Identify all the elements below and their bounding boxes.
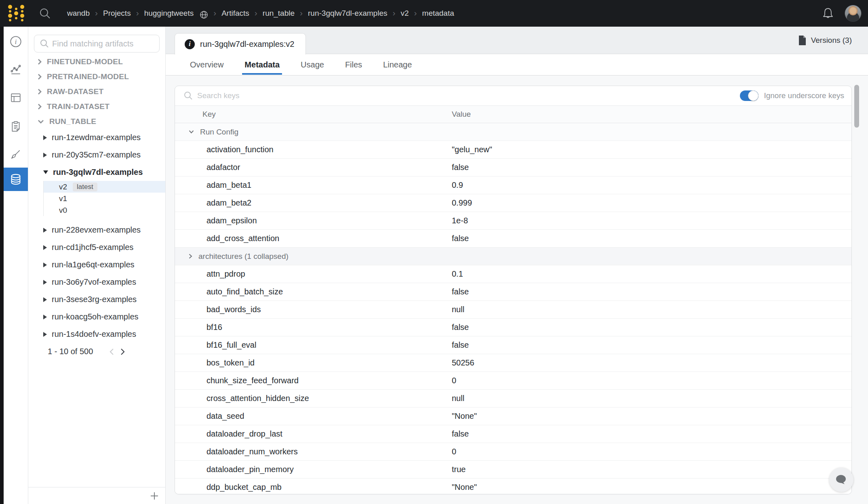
- value-cell: "gelu_new": [452, 145, 851, 154]
- breadcrumb-item-page[interactable]: metadata: [422, 9, 454, 18]
- screen-edge-strip: [0, 27, 4, 504]
- key-cell: adam_beta1: [206, 181, 251, 190]
- value-cell: 0: [452, 447, 851, 456]
- versions-button-label: Versions (3): [811, 36, 852, 45]
- run-label: run-cd1jhcf5-examples: [52, 243, 133, 252]
- sidebar-category-run-table[interactable]: RUN_TABLE: [28, 114, 165, 129]
- key-cell: bad_words_ids: [206, 305, 261, 314]
- user-avatar[interactable]: [845, 5, 862, 22]
- breadcrumb-item-type[interactable]: run_table: [263, 9, 295, 18]
- tree-run-item[interactable]: run-cd1jhcf5-examples: [28, 239, 165, 256]
- table-row: adam_beta2 0.999: [175, 194, 851, 212]
- tab-usage[interactable]: Usage: [301, 54, 324, 75]
- breadcrumb-separator: ›: [213, 8, 216, 18]
- metadata-card: Ignore underscore keys Key Value Run Con…: [175, 86, 852, 494]
- sidebar-footer: [28, 487, 165, 504]
- tree-run-item[interactable]: run-3o6y7vof-examples: [28, 273, 165, 291]
- category-label: FINETUNED-MODEL: [47, 57, 123, 66]
- artifact-search-input[interactable]: [52, 39, 155, 48]
- toggle-label: Ignore underscore keys: [764, 91, 844, 100]
- artifact-tab-title: run-3gqlw7dl-examples:v2: [200, 40, 294, 49]
- table-row: bf16 false: [175, 319, 851, 336]
- wandb-logo-icon[interactable]: [7, 3, 25, 23]
- table-row: auto_find_batch_size false: [175, 283, 851, 301]
- plus-icon: [150, 491, 159, 500]
- table-row: dataloader_pin_memory true: [175, 461, 851, 479]
- scrollbar-thumb[interactable]: [854, 85, 859, 128]
- main-panel: i run-3gqlw7dl-examples:v2 Versions (3) …: [166, 27, 868, 504]
- table-group-row-run-config[interactable]: Run Config: [175, 123, 851, 141]
- sidebar-category-pretrained-model[interactable]: PRETRAINED-MODEL: [28, 69, 165, 84]
- breadcrumb-separator: ›: [136, 8, 139, 18]
- tree-run-item[interactable]: run-1s4doefv-examples: [28, 326, 165, 343]
- charts-icon[interactable]: [4, 60, 28, 79]
- chat-support-button[interactable]: [829, 468, 853, 492]
- table-group-row-architectures[interactable]: architectures (1 collapsed): [175, 248, 851, 265]
- tree-run-item[interactable]: run-1zewdmar-examples: [28, 129, 165, 146]
- value-cell: 0.9: [452, 181, 851, 190]
- artifact-version-tab[interactable]: i run-3gqlw7dl-examples:v2: [175, 33, 306, 55]
- sidebar-category-finetuned-model[interactable]: FINETUNED-MODEL: [28, 54, 165, 69]
- tree-run-item[interactable]: run-20y35cm7-examples: [28, 146, 165, 164]
- search-icon[interactable]: [39, 7, 51, 19]
- version-item-v2[interactable]: v2 latest: [44, 181, 165, 193]
- breadcrumb-item-projects[interactable]: Projects: [103, 9, 131, 18]
- add-artifact-button[interactable]: [150, 491, 159, 500]
- metadata-toolbar: Ignore underscore keys: [175, 86, 851, 105]
- search-keys-input[interactable]: [197, 91, 740, 100]
- artifacts-database-icon[interactable]: [4, 168, 28, 191]
- tab-metadata[interactable]: Metadata: [244, 54, 280, 75]
- chevron-right-icon: [38, 88, 42, 95]
- version-item-v0[interactable]: v0: [44, 204, 165, 216]
- tree-run-item-active[interactable]: run-3gqlw7dl-examples: [28, 164, 165, 181]
- table-header: Key Value: [175, 105, 851, 123]
- breadcrumb-item-wandb[interactable]: wandb: [67, 9, 90, 18]
- tree-run-item[interactable]: run-228evxem-examples: [28, 221, 165, 239]
- value-cell: false: [452, 163, 851, 172]
- overview-info-icon[interactable]: i: [4, 32, 28, 51]
- svg-text:i: i: [15, 38, 17, 45]
- breadcrumb-item-artifacts[interactable]: Artifacts: [221, 9, 249, 18]
- tab-lineage[interactable]: Lineage: [383, 54, 412, 75]
- value-cell: 1e-8: [452, 216, 851, 225]
- tree-run-item[interactable]: run-la1ge6qt-examples: [28, 256, 165, 273]
- key-cell: ddp_bucket_cap_mb: [206, 483, 282, 492]
- breadcrumb-item-artifact[interactable]: run-3gqlw7dl-examples: [308, 9, 387, 18]
- pagination-prev-button[interactable]: [106, 348, 117, 355]
- triangle-right-icon: [43, 228, 47, 233]
- group-label: Run Config: [200, 128, 238, 136]
- table-row: ddp_bucket_cap_mb "None": [175, 479, 851, 494]
- sweeps-icon[interactable]: [4, 145, 28, 164]
- sidebar-category-raw-dataset[interactable]: RAW-DATASET: [28, 84, 165, 99]
- sidebar-category-train-dataset[interactable]: TRAIN-DATASET: [28, 99, 165, 114]
- table-row: bad_words_ids null: [175, 301, 851, 319]
- tab-files[interactable]: Files: [345, 54, 362, 75]
- artifact-tabs: Overview Metadata Usage Files Lineage: [166, 54, 868, 76]
- tables-icon[interactable]: [4, 88, 28, 107]
- table-row: chunk_size_feed_forward 0: [175, 372, 851, 390]
- breadcrumb: wandb › Projects › huggingtweets › Artif…: [67, 8, 454, 18]
- triangle-right-icon: [43, 135, 47, 140]
- ignore-underscore-toggle[interactable]: [740, 90, 758, 101]
- versions-button[interactable]: Versions (3): [798, 32, 852, 48]
- value-cell: true: [452, 465, 851, 474]
- breadcrumb-item-version[interactable]: v2: [400, 9, 409, 18]
- search-icon: [184, 91, 193, 100]
- key-cell: activation_function: [206, 145, 274, 154]
- run-label: run-3o6y7vof-examples: [52, 277, 136, 287]
- bell-icon[interactable]: [822, 7, 834, 20]
- value-cell: 50256: [452, 358, 851, 368]
- key-cell: adam_epsilon: [206, 216, 257, 225]
- info-icon: i: [185, 39, 195, 49]
- breadcrumb-item-project[interactable]: huggingtweets: [144, 9, 194, 18]
- version-item-v1[interactable]: v1: [44, 193, 165, 204]
- table-row: data_seed "None": [175, 407, 851, 425]
- reports-icon[interactable]: [4, 117, 28, 136]
- key-cell: bf16: [206, 323, 222, 332]
- tab-overview[interactable]: Overview: [190, 54, 223, 75]
- tree-run-item[interactable]: run-3sese3rg-examples: [28, 291, 165, 308]
- pagination-next-button[interactable]: [117, 348, 129, 355]
- tree-run-item[interactable]: run-koacg5oh-examples: [28, 308, 165, 326]
- table-row: cross_attention_hidden_size null: [175, 390, 851, 407]
- document-icon: [798, 35, 807, 46]
